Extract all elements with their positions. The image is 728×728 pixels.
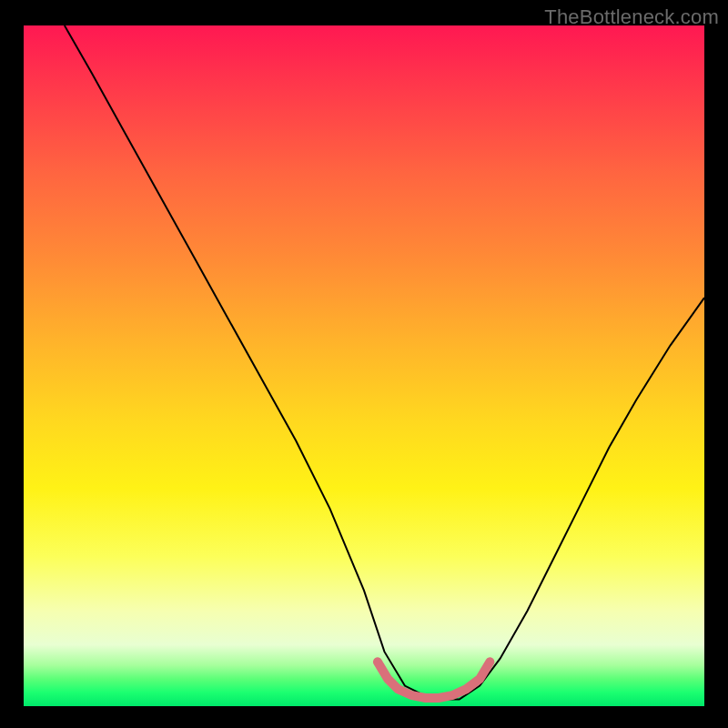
watermark-text: TheBottleneck.com — [544, 5, 719, 29]
chart-svg — [24, 25, 704, 706]
main-curve-path — [65, 25, 704, 700]
